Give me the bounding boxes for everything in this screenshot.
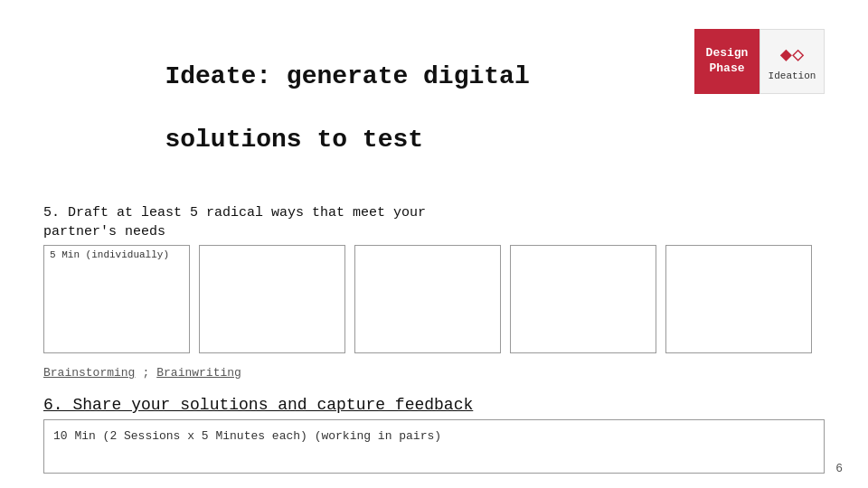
title-line1: Ideate: generate digital xyxy=(165,62,529,90)
links-row: Brainstorming ; Brainwriting xyxy=(43,366,825,380)
step-6-title: 6. Share your solutions and capture feed… xyxy=(43,396,825,414)
badges-area: Design Phase ◆◇ Ideation xyxy=(694,29,825,94)
card-2 xyxy=(199,245,345,353)
cards-row: 5 Min (individually) xyxy=(43,245,825,353)
title-block: Ideate: generate digital solutions to te… xyxy=(43,29,673,187)
brainwriting-link[interactable]: Brainwriting xyxy=(156,366,241,380)
header: Ideate: generate digital solutions to te… xyxy=(43,29,825,187)
step5-title-text: 5. Draft at least 5 radical ways that me… xyxy=(43,205,426,221)
diamond-icon: ◆◇ xyxy=(780,42,805,67)
page: Ideate: generate digital solutions to te… xyxy=(0,0,868,488)
ideation-badge: ◆◇ Ideation xyxy=(760,29,825,94)
main-title: Ideate: generate digital solutions to te… xyxy=(43,29,673,187)
card-1: 5 Min (individually) xyxy=(43,245,190,353)
step-6-section: 6. Share your solutions and capture feed… xyxy=(43,396,825,474)
design-phase-badge: Design Phase xyxy=(694,29,760,94)
link-separator: ; xyxy=(142,366,149,380)
step5-title2-text: partner's needs xyxy=(43,224,165,239)
step-6-box: 10 Min (2 Sessions x 5 Minutes each) (wo… xyxy=(43,419,825,474)
page-number: 6 xyxy=(835,462,843,475)
card-3 xyxy=(354,245,501,353)
brainstorming-link[interactable]: Brainstorming xyxy=(43,366,135,380)
step-5-title: 5. Draft at least 5 radical ways that me… xyxy=(43,203,825,241)
ideation-label: Ideation xyxy=(769,70,816,81)
card-1-label: 5 Min (individually) xyxy=(44,246,175,264)
step-6-subtitle: 10 Min (2 Sessions x 5 Minutes each) (wo… xyxy=(53,429,441,443)
design-phase-label: Design Phase xyxy=(706,46,749,77)
title-line2: solutions to test xyxy=(165,126,423,154)
card-5 xyxy=(665,245,812,353)
card-4 xyxy=(510,245,656,353)
